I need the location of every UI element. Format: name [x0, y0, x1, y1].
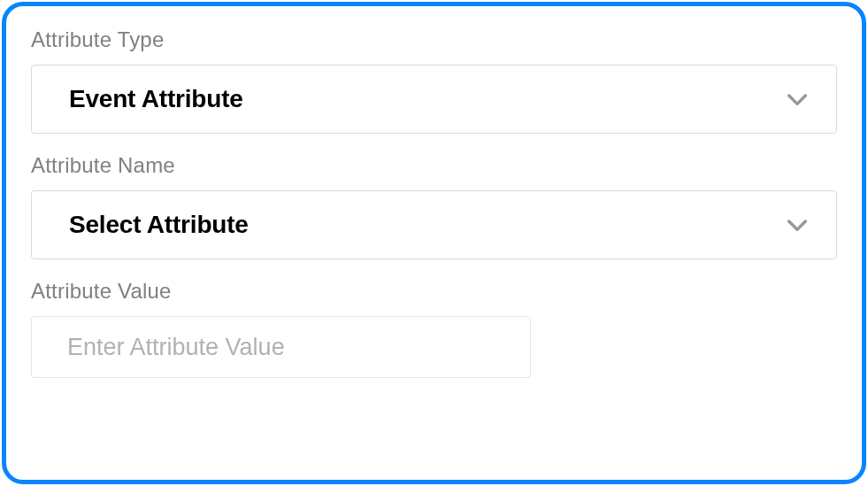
attribute-type-select[interactable]: Event Attribute: [31, 65, 837, 134]
attribute-name-value: Select Attribute: [69, 211, 249, 239]
attribute-value-input[interactable]: [67, 334, 495, 361]
chevron-down-icon: [783, 211, 811, 239]
attribute-form-panel: Attribute Type Event Attribute Attribute…: [2, 2, 866, 484]
attribute-name-label: Attribute Name: [31, 153, 837, 178]
attribute-name-select[interactable]: Select Attribute: [31, 190, 837, 259]
attribute-type-group: Attribute Type Event Attribute: [31, 27, 837, 134]
attribute-name-group: Attribute Name Select Attribute: [31, 153, 837, 259]
attribute-value-group: Attribute Value: [31, 279, 837, 378]
chevron-down-icon: [783, 85, 811, 113]
attribute-value-label: Attribute Value: [31, 279, 837, 304]
attribute-type-value: Event Attribute: [69, 85, 243, 113]
attribute-value-input-wrapper: [31, 316, 531, 378]
attribute-type-label: Attribute Type: [31, 27, 837, 52]
